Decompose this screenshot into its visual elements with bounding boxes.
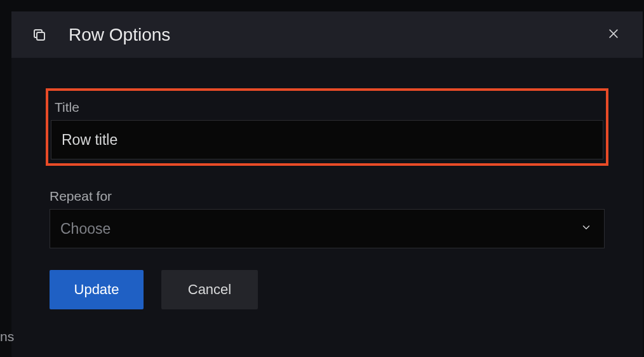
copy-icon bbox=[32, 27, 47, 43]
dialog-title: Row Options bbox=[69, 25, 602, 45]
update-button[interactable]: Update bbox=[50, 270, 144, 309]
repeat-select[interactable]: Choose bbox=[50, 209, 605, 248]
cancel-button[interactable]: Cancel bbox=[161, 270, 258, 309]
title-label: Title bbox=[55, 100, 603, 115]
dialog-header: Row Options bbox=[11, 11, 643, 58]
dialog-body: Title Repeat for Choose Update Cancel bbox=[11, 58, 643, 309]
repeat-select-placeholder: Choose bbox=[60, 220, 111, 238]
repeat-label: Repeat for bbox=[50, 189, 605, 204]
close-button[interactable] bbox=[602, 24, 625, 46]
svg-rect-0 bbox=[37, 32, 44, 40]
close-icon bbox=[607, 27, 620, 43]
row-options-dialog: Row Options Title Repeat for Choose bbox=[11, 11, 643, 357]
title-input[interactable] bbox=[51, 120, 603, 159]
background-text-fragment: ns bbox=[0, 329, 14, 344]
repeat-select-wrap: Choose bbox=[50, 209, 605, 248]
title-field-group: Title bbox=[46, 88, 608, 166]
repeat-field-group: Repeat for Choose bbox=[50, 189, 605, 248]
dialog-actions: Update Cancel bbox=[50, 270, 605, 309]
